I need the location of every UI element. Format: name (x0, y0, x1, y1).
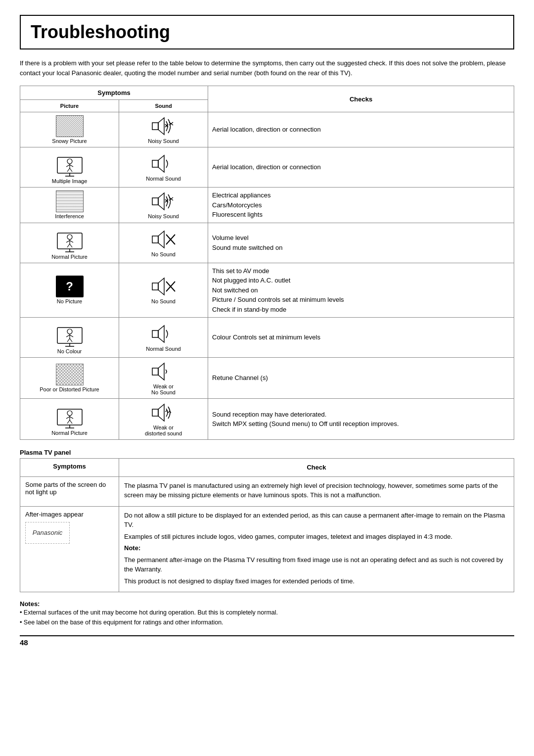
svg-rect-51 (152, 368, 158, 375)
svg-point-9 (67, 159, 72, 164)
picture-label: Snowy Picture (24, 138, 115, 144)
checks-cell: Retune Channel (s) (208, 358, 514, 399)
svg-line-45 (66, 335, 70, 337)
noisy-sound-icon (123, 190, 204, 212)
svg-line-61 (70, 420, 72, 424)
checks-cell: Volume levelSound mute switched on (208, 223, 514, 263)
sound-cell: Weak orNo Sound (119, 358, 208, 399)
svg-line-11 (66, 165, 70, 167)
sound-cell: Normal Sound (119, 318, 208, 358)
checks-cell: Colour Controls set at minimum levels (208, 318, 514, 358)
table-row: Normal Picture Weak ordistorted soundSou… (20, 399, 514, 440)
plasma-symptom-label: After-images appear (25, 511, 114, 518)
plasma-table-row: After-images appearPanasonicDo not allow… (20, 506, 514, 592)
panasonic-logo-box: Panasonic (25, 522, 70, 544)
svg-line-31 (70, 244, 72, 247)
picture-cell: Multiple Image (20, 147, 119, 188)
sound-label: Weak orNo Sound (123, 383, 204, 395)
svg-line-58 (66, 417, 70, 419)
picture-label: Normal Picture (24, 430, 115, 436)
sound-cell: Normal Sound (119, 147, 208, 188)
troubleshooting-table: Symptoms Checks Picture Sound Snowy Pict… (20, 86, 514, 440)
plasma-title: Plasma TV panel (20, 449, 514, 456)
sound-cell: No Sound (119, 263, 208, 318)
sound-label: No Sound (123, 298, 204, 304)
svg-rect-62 (152, 409, 158, 416)
sound-cell: Noisy Sound (119, 112, 208, 147)
svg-line-59 (70, 417, 73, 419)
svg-line-47 (67, 338, 70, 342)
weak-distorted-sound-icon (123, 402, 204, 424)
svg-rect-49 (152, 331, 158, 337)
normal-sound-icon (123, 323, 204, 345)
normal-picture-icon (24, 321, 115, 347)
table-row: ?No Picture No SoundThis set to AV modeN… (20, 263, 514, 318)
table-row: Poor or Distorted Picture Weak orNo Soun… (20, 358, 514, 399)
svg-line-30 (67, 244, 70, 247)
normal-picture-icon (24, 150, 115, 177)
svg-rect-17 (152, 198, 158, 205)
plasma-symptom-cell: After-images appearPanasonic (20, 506, 119, 592)
plasma-check-header: Check (119, 459, 514, 477)
plasma-section: Plasma TV panel Symptoms Check Some part… (20, 449, 514, 592)
noisy-sound-icon (123, 115, 204, 137)
checks-header: Checks (208, 86, 514, 112)
note-item: • External surfaces of the unit may beco… (20, 608, 514, 617)
svg-marker-18 (158, 193, 164, 210)
table-row: Multiple Image Normal SoundAerial locati… (20, 147, 514, 188)
poor-picture-icon (56, 364, 84, 385)
normal-picture-icon (24, 402, 115, 429)
picture-cell: Normal Picture (20, 223, 119, 263)
svg-point-56 (67, 411, 72, 416)
svg-marker-63 (158, 404, 164, 421)
svg-marker-52 (158, 363, 164, 380)
svg-marker-16 (158, 155, 164, 172)
picture-cell: Normal Picture (20, 399, 119, 440)
intro-text: If there is a problem with your set plea… (20, 58, 514, 78)
picture-cell: Snowy Picture (20, 112, 119, 147)
picture-cell: Interference (20, 188, 119, 223)
svg-line-29 (70, 240, 73, 242)
svg-line-48 (70, 338, 72, 342)
normal-picture-icon (24, 226, 115, 253)
interference-picture-icon (56, 190, 84, 212)
svg-point-26 (67, 235, 72, 239)
sound-label: Noisy Sound (123, 138, 204, 144)
table-row: Snowy Picture Noisy SoundAerial location… (20, 112, 514, 147)
sound-label: Normal Sound (123, 176, 204, 182)
sound-label: Normal Sound (123, 346, 204, 352)
checks-cell: Electrical appliancesCars/MotorcyclesFlu… (208, 188, 514, 223)
sound-label: No Sound (123, 251, 204, 257)
table-row: No Colour Normal SoundColour Controls se… (20, 318, 514, 358)
symptoms-header: Symptoms (20, 86, 208, 100)
picture-cell: Poor or Distorted Picture (20, 358, 119, 399)
plasma-symptoms-header: Symptoms (20, 459, 119, 477)
svg-line-14 (70, 168, 72, 172)
svg-point-43 (67, 329, 72, 334)
plasma-symptom-cell: Some parts of the screen do not light up (20, 476, 119, 506)
picture-cell: No Colour (20, 318, 119, 358)
svg-marker-33 (158, 231, 164, 248)
table-row: Interference Noisy SoundElectrical appli… (20, 188, 514, 223)
svg-line-13 (67, 168, 70, 172)
noisy-picture-icon (56, 115, 84, 137)
no-sound-icon (123, 229, 204, 250)
svg-marker-50 (158, 326, 164, 342)
picture-header: Picture (20, 100, 119, 112)
plasma-table: Symptoms Check Some parts of the screen … (20, 458, 514, 592)
sound-cell: No Sound (119, 223, 208, 263)
page-title: Troubleshooting (20, 15, 514, 49)
svg-rect-0 (152, 123, 158, 130)
checks-cell: This set to AV modeNot plugged into A.C.… (208, 263, 514, 318)
svg-rect-32 (152, 236, 158, 243)
no-sound-icon (123, 276, 204, 297)
note-item: • See label on the base of this equipmen… (20, 617, 514, 627)
checks-cell: Sound reception may have deteriorated.Sw… (208, 399, 514, 440)
no-picture-icon: ? (56, 276, 84, 297)
svg-rect-15 (152, 160, 158, 167)
picture-label: Normal Picture (24, 254, 115, 260)
notes-title: Notes: (20, 600, 40, 608)
svg-marker-1 (158, 118, 164, 135)
svg-line-46 (70, 335, 73, 337)
picture-label: Multiple Image (24, 178, 115, 184)
